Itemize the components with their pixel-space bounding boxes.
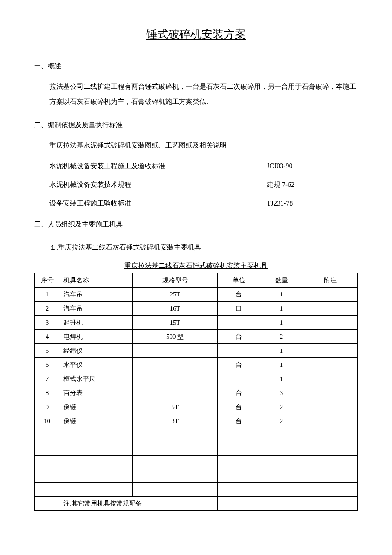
table-note-cell: 注:其它常用机具按常规配备 [60,496,218,510]
cell-note [303,482,358,496]
note-cell-note [303,496,358,510]
cell-qty: 1 [260,315,303,329]
cell-seq [35,428,60,442]
table-note-row: 注:其它常用机具按常规配备 [35,496,358,510]
cell-note [303,386,358,400]
cell-note [303,455,358,469]
document-title: 锤式破碎机安装方案 [34,26,358,44]
cell-qty: 1 [260,287,303,301]
cell-unit: 台 [218,329,260,343]
table-row: 4电焊机500 型台2 [35,329,358,343]
note-cell-unit [218,496,260,510]
cell-unit [218,428,260,442]
cell-spec: 15T [133,315,218,329]
cell-unit: 台 [218,357,260,372]
cell-name: 水平仪 [60,357,133,372]
standard-row-3: 设备安装工程施工验收标准 TJ231-78 [49,198,358,209]
cell-seq [35,469,60,482]
cell-name [60,469,133,482]
cell-spec [133,357,218,372]
standard-2-name: 水泥机械设备安装技术规程 [49,179,267,190]
cell-unit: 口 [218,301,260,315]
table-row: 6水平仪台1 [35,357,358,372]
cell-note [303,414,358,428]
table-row [35,469,358,482]
cell-unit: 台 [218,400,260,414]
standard-row-1: 水泥机械设备安装工程施工及验收标准 JCJ03-90 [49,160,358,171]
cell-name: 倒链 [60,414,133,428]
cell-spec [133,343,218,357]
cell-qty: 2 [260,329,303,343]
standard-3-name: 设备安装工程施工验收标准 [49,198,267,209]
cell-name [60,442,133,455]
cell-spec: 3T [133,414,218,428]
cell-name: 汽车吊 [60,301,133,315]
header-unit: 单位 [218,273,260,287]
cell-note [303,400,358,414]
cell-qty [260,442,303,455]
cell-qty: 1 [260,357,303,372]
header-name: 机具名称 [60,273,133,287]
table-row: 2汽车吊16T口1 [35,301,358,315]
cell-spec [133,428,218,442]
cell-name: 百分表 [60,386,133,400]
cell-note [303,343,358,357]
cell-seq: 5 [35,343,60,357]
standard-2-code: 建规 7-62 [267,179,294,190]
cell-qty [260,455,303,469]
cell-seq [35,442,60,455]
cell-qty: 3 [260,386,303,400]
cell-seq: 3 [35,315,60,329]
table-row: 8百分表台3 [35,386,358,400]
table-caption: 重庆拉法基二线石灰石锤式破碎机安装主要机具 [34,260,358,271]
cell-spec [133,469,218,482]
section-1-heading: 一、概述 [34,61,358,72]
cell-seq: 1 [35,287,60,301]
cell-spec: 500 型 [133,329,218,343]
cell-spec [133,442,218,455]
cell-spec: 5T [133,400,218,414]
standard-1-code: JCJ03-90 [267,160,292,171]
table-row [35,442,358,455]
note-cell-qty [260,496,303,510]
cell-qty: 1 [260,301,303,315]
cell-unit: 台 [218,287,260,301]
cell-spec [133,482,218,496]
cell-unit: 台 [218,414,260,428]
cell-name: 倒链 [60,400,133,414]
cell-seq [35,482,60,496]
cell-qty [260,428,303,442]
table-row: 3起升机15T1 [35,315,358,329]
tools-table: 序号 机具名称 规格型号 单位 数量 附注 1汽车吊25T台12汽车吊16T口1… [34,273,358,511]
table-row [35,428,358,442]
cell-qty: 2 [260,400,303,414]
cell-seq: 9 [35,400,60,414]
table-row [35,455,358,469]
table-row: 7框式水平尺1 [35,372,358,386]
cell-name: 经纬仪 [60,343,133,357]
cell-seq: 2 [35,301,60,315]
cell-name: 电焊机 [60,329,133,343]
section-2-heading: 二、编制依据及质量执行标准 [34,119,358,131]
cell-unit [218,455,260,469]
cell-qty [260,482,303,496]
cell-note [303,315,358,329]
table-row [35,482,358,496]
cell-note [303,428,358,442]
cell-name: 汽车吊 [60,287,133,301]
table-row: 1汽车吊25T台1 [35,287,358,301]
header-note: 附注 [303,273,358,287]
standard-row-2: 水泥机械设备安装技术规程 建规 7-62 [49,179,358,190]
cell-note [303,442,358,455]
cell-name [60,455,133,469]
cell-seq: 4 [35,329,60,343]
table-row: 10倒链3T台2 [35,414,358,428]
cell-unit: 台 [218,386,260,400]
cell-qty: 2 [260,414,303,428]
cell-spec [133,372,218,386]
table-header-row: 序号 机具名称 规格型号 单位 数量 附注 [35,273,358,287]
header-qty: 数量 [260,273,303,287]
cell-seq: 8 [35,386,60,400]
cell-seq: 7 [35,372,60,386]
cell-qty: 1 [260,343,303,357]
